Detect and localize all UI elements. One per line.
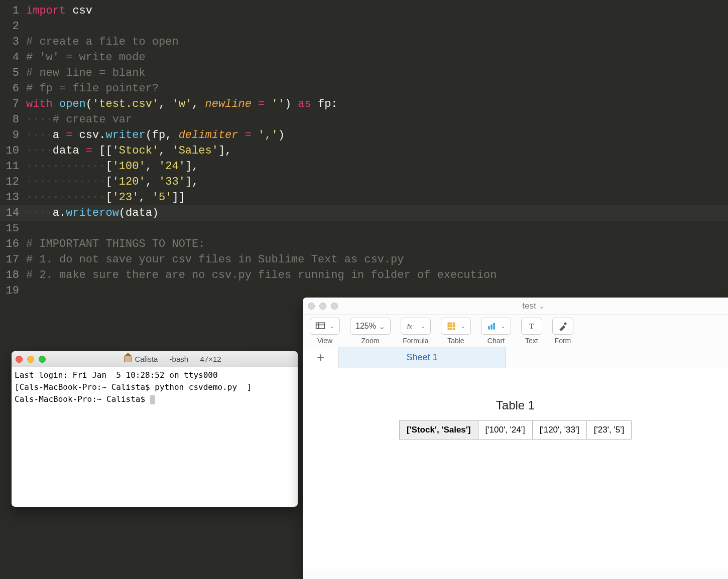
code-line[interactable]: 2	[0, 19, 728, 34]
toolbar: ⌄View125% ⌄Zoomfx⌄Formula⌄Table⌄ChartTTe…	[303, 315, 728, 347]
table-icon[interactable]: ⌄	[441, 318, 471, 335]
terminal-title: Calista — -bash — 47×12	[52, 355, 294, 363]
table-header-cell[interactable]: ['Stock', 'Sales']	[399, 421, 478, 440]
view-icon[interactable]: ⌄	[310, 318, 340, 335]
code-line[interactable]: 1import csv	[0, 3, 728, 19]
code-line[interactable]: 19	[0, 283, 728, 299]
code-content[interactable]: ····a = csv.writer(fp, delimiter = ',')	[26, 129, 285, 141]
close-icon[interactable]	[16, 356, 23, 363]
line-number: 5	[0, 67, 26, 79]
code-content[interactable]: ····data = [['Stock', 'Sales'],	[26, 144, 231, 157]
code-content[interactable]: # 2. make sure there are no csv.py files…	[26, 269, 497, 281]
sheet-tab-label: Sheet 1	[406, 352, 437, 363]
code-line[interactable]: 14····a.writerow(data)	[0, 205, 728, 221]
line-number: 10	[0, 144, 26, 157]
code-content[interactable]: ····a.writerow(data)	[26, 207, 159, 219]
window-controls-inactive	[308, 303, 338, 310]
add-sheet-button[interactable]: +	[303, 347, 339, 368]
code-content[interactable]: ············['100', '24'],	[26, 160, 198, 173]
document-title-text: test	[522, 301, 536, 311]
minimize-icon[interactable]	[27, 356, 34, 363]
svg-rect-0	[316, 323, 325, 329]
code-line[interactable]: 9····a = csv.writer(fp, delimiter = ',')	[0, 127, 728, 143]
sheet-canvas[interactable]: Table 1 ['Stock', 'Sales']['100', '24'][…	[303, 368, 728, 569]
code-content[interactable]: import csv	[26, 5, 92, 17]
toolbar-text-button[interactable]: TText	[521, 318, 542, 345]
toolbar-form-button[interactable]: Form	[552, 318, 573, 345]
line-number: 16	[0, 238, 26, 250]
code-line[interactable]: 15	[0, 221, 728, 236]
toolbar-label: Form	[555, 337, 571, 345]
chart-icon[interactable]: ⌄	[481, 318, 511, 335]
code-line[interactable]: 18# 2. make sure there are no csv.py fil…	[0, 267, 728, 283]
toolbar-label: Chart	[488, 337, 505, 345]
code-content[interactable]: ············['23', '5']]	[26, 191, 185, 204]
line-number: 4	[0, 51, 26, 64]
line-number: 15	[0, 222, 26, 235]
terminal-body[interactable]: Last login: Fri Jan 5 10:28:52 on ttys00…	[12, 367, 298, 407]
line-number: 18	[0, 269, 26, 281]
toolbar-zoom-button[interactable]: 125% ⌄Zoom	[350, 318, 391, 345]
code-line[interactable]: 16# IMPORTANT THINGS TO NOTE:	[0, 236, 728, 252]
svg-text:T: T	[529, 322, 534, 330]
code-line[interactable]: 6# fp = file pointer?	[0, 81, 728, 96]
code-editor[interactable]: 1import csv23# create a file to open4# '…	[0, 0, 728, 299]
data-table[interactable]: ['Stock', 'Sales']['100', '24']['120', '…	[399, 420, 632, 440]
code-content[interactable]: # fp = file pointer?	[26, 82, 159, 95]
svg-rect-4	[447, 323, 455, 330]
line-number: 7	[0, 98, 26, 110]
toolbar-view-button[interactable]: ⌄View	[310, 318, 340, 345]
terminal-titlebar[interactable]: Calista — -bash — 47×12	[12, 351, 298, 367]
spreadsheet-titlebar[interactable]: test ⌄	[303, 298, 728, 315]
code-content[interactable]: ············['120', '33'],	[26, 176, 198, 188]
table-cell[interactable]: ['120', '33']	[532, 421, 586, 440]
code-line[interactable]: 10····data = [['Stock', 'Sales'],	[0, 143, 728, 159]
maximize-icon[interactable]	[331, 303, 338, 310]
line-number: 6	[0, 82, 26, 95]
code-line[interactable]: 7with open('test.csv', 'w', newline = ''…	[0, 96, 728, 112]
home-icon	[124, 356, 132, 362]
svg-text:fx: fx	[407, 323, 413, 330]
code-line[interactable]: 11············['100', '24'],	[0, 159, 728, 174]
code-line[interactable]: 4# 'w' = write mode	[0, 50, 728, 65]
table-cell[interactable]: ['100', '24']	[478, 421, 532, 440]
code-content[interactable]: # 'w' = write mode	[26, 51, 146, 64]
sheet-tab-active[interactable]: Sheet 1	[339, 347, 506, 368]
svg-rect-9	[488, 326, 490, 330]
minimize-icon[interactable]	[319, 303, 326, 310]
format-icon[interactable]	[552, 318, 573, 335]
line-number: 2	[0, 20, 26, 33]
table-title[interactable]: Table 1	[496, 398, 535, 412]
toolbar-table-button[interactable]: ⌄Table	[441, 318, 471, 345]
code-line[interactable]: 17# 1. do not save your csv files in Sub…	[0, 252, 728, 267]
chevron-down-icon: ⌄	[539, 302, 545, 310]
spreadsheet-window: test ⌄ ⌄View125% ⌄Zoomfx⌄Formula⌄Table⌄C…	[303, 298, 728, 579]
svg-rect-11	[493, 323, 495, 329]
code-line[interactable]: 13············['23', '5']]	[0, 190, 728, 205]
code-line[interactable]: 3# create a file to open	[0, 34, 728, 50]
line-number: 13	[0, 191, 26, 204]
line-number: 9	[0, 129, 26, 141]
table-cell[interactable]: ['23', '5']	[586, 421, 631, 440]
code-line[interactable]: 5# new line = blank	[0, 65, 728, 81]
window-controls	[16, 356, 46, 363]
zoom-icon[interactable]: 125% ⌄	[350, 318, 391, 335]
code-content[interactable]: # 1. do not save your csv files in Subli…	[26, 253, 404, 266]
code-content[interactable]: # IMPORTANT THINGS TO NOTE:	[26, 238, 205, 250]
code-content[interactable]: with open('test.csv', 'w', newline = '')…	[26, 98, 338, 110]
text-icon[interactable]: T	[521, 318, 542, 335]
toolbar-formula-button[interactable]: fx⌄Formula	[401, 318, 431, 345]
line-number: 12	[0, 176, 26, 188]
code-content[interactable]: # create a file to open	[26, 36, 179, 48]
document-title[interactable]: test ⌄	[344, 301, 723, 311]
code-line[interactable]: 12············['120', '33'],	[0, 174, 728, 190]
line-number: 11	[0, 160, 26, 173]
formula-icon[interactable]: fx⌄	[401, 318, 431, 335]
toolbar-label: Formula	[403, 337, 428, 345]
close-icon[interactable]	[308, 303, 315, 310]
maximize-icon[interactable]	[39, 356, 46, 363]
code-line[interactable]: 8····# create var	[0, 112, 728, 127]
toolbar-chart-button[interactable]: ⌄Chart	[481, 318, 511, 345]
code-content[interactable]: ····# create var	[26, 113, 132, 126]
code-content[interactable]: # new line = blank	[26, 67, 146, 79]
